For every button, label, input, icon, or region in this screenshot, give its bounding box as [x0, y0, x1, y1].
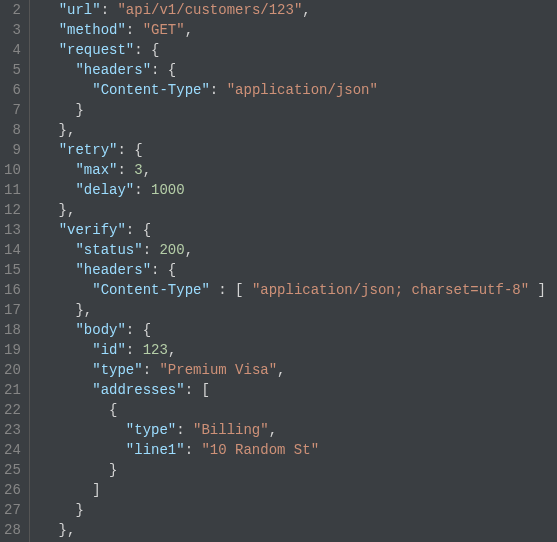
code-line[interactable]: "headers": { [42, 260, 557, 280]
json-punct: }, [42, 122, 76, 138]
json-punct: } [42, 462, 118, 478]
code-line[interactable]: }, [42, 200, 557, 220]
json-punct: : [ [210, 282, 252, 298]
line-number: 15 [4, 260, 21, 280]
json-punct [42, 222, 59, 238]
json-punct: : { [117, 142, 142, 158]
line-number: 25 [4, 460, 21, 480]
json-punct [42, 22, 59, 38]
json-key: "body" [75, 322, 125, 338]
line-number: 11 [4, 180, 21, 200]
json-punct: : { [126, 222, 151, 238]
json-string: "application/json" [227, 82, 378, 98]
code-line[interactable]: "request": { [42, 40, 557, 60]
code-line[interactable]: ] [42, 480, 557, 500]
line-number: 24 [4, 440, 21, 460]
code-area[interactable]: "url": "api/v1/customers/123", "method":… [30, 0, 557, 542]
json-key: "method" [59, 22, 126, 38]
code-line[interactable]: "headers": { [42, 60, 557, 80]
json-number: 200 [159, 242, 184, 258]
json-key: "retry" [59, 142, 118, 158]
code-line[interactable]: } [42, 100, 557, 120]
json-key: "line1" [126, 442, 185, 458]
json-punct [42, 342, 92, 358]
json-string: "api/v1/customers/123" [117, 2, 302, 18]
line-number: 5 [4, 60, 21, 80]
code-line[interactable]: { [42, 400, 557, 420]
json-punct: }, [42, 522, 76, 538]
code-editor[interactable]: 2345678910111213141516171819202122232425… [0, 0, 557, 542]
json-punct: : { [151, 262, 176, 278]
json-punct: ] [42, 482, 101, 498]
line-number: 19 [4, 340, 21, 360]
line-number: 26 [4, 480, 21, 500]
line-number: 20 [4, 360, 21, 380]
json-punct: : [134, 182, 151, 198]
json-punct: , [302, 2, 310, 18]
json-key: "addresses" [92, 382, 184, 398]
json-punct: : [143, 362, 160, 378]
code-line[interactable]: "type": "Billing", [42, 420, 557, 440]
json-punct: : { [151, 62, 176, 78]
json-punct: , [185, 242, 193, 258]
json-key: "request" [59, 42, 135, 58]
line-number-gutter: 2345678910111213141516171819202122232425… [0, 0, 30, 542]
json-punct [42, 422, 126, 438]
line-number: 7 [4, 100, 21, 120]
json-key: "delay" [75, 182, 134, 198]
json-punct: }, [42, 302, 92, 318]
code-line[interactable]: "method": "GET", [42, 20, 557, 40]
code-line[interactable]: "Content-Type" : [ "application/json; ch… [42, 280, 557, 300]
json-key: "id" [92, 342, 126, 358]
code-line[interactable]: "retry": { [42, 140, 557, 160]
json-punct [42, 182, 76, 198]
line-number: 12 [4, 200, 21, 220]
json-punct: ] [529, 282, 546, 298]
code-line[interactable]: }, [42, 120, 557, 140]
code-line[interactable]: }, [42, 300, 557, 320]
code-line[interactable]: "type": "Premium Visa", [42, 360, 557, 380]
json-number: 123 [143, 342, 168, 358]
json-key: "headers" [75, 262, 151, 278]
code-line[interactable]: "Content-Type": "application/json" [42, 80, 557, 100]
json-punct [42, 382, 92, 398]
json-punct: : [185, 442, 202, 458]
line-number: 27 [4, 500, 21, 520]
code-line[interactable]: "delay": 1000 [42, 180, 557, 200]
code-line[interactable]: "url": "api/v1/customers/123", [42, 0, 557, 20]
json-punct [42, 62, 76, 78]
line-number: 13 [4, 220, 21, 240]
code-line[interactable]: "status": 200, [42, 240, 557, 260]
code-line[interactable]: "line1": "10 Random St" [42, 440, 557, 460]
json-punct [42, 2, 59, 18]
json-punct: } [42, 102, 84, 118]
json-key: "verify" [59, 222, 126, 238]
json-punct: : [126, 342, 143, 358]
code-line[interactable]: "max": 3, [42, 160, 557, 180]
json-key: "Content-Type" [92, 282, 210, 298]
code-line[interactable]: } [42, 500, 557, 520]
json-punct: , [269, 422, 277, 438]
json-number: 1000 [151, 182, 185, 198]
json-punct [42, 362, 92, 378]
json-punct [42, 282, 92, 298]
code-line[interactable]: "body": { [42, 320, 557, 340]
json-punct: : [143, 242, 160, 258]
json-string: "application/json; charset=utf-8" [252, 282, 529, 298]
json-punct: , [168, 342, 176, 358]
json-key: "Content-Type" [92, 82, 210, 98]
code-line[interactable]: }, [42, 520, 557, 540]
json-key: "url" [59, 2, 101, 18]
json-punct: }, [42, 202, 76, 218]
line-number: 6 [4, 80, 21, 100]
json-number: 3 [134, 162, 142, 178]
code-line[interactable]: "addresses": [ [42, 380, 557, 400]
json-punct: : [101, 2, 118, 18]
code-line[interactable]: "verify": { [42, 220, 557, 240]
json-punct: } [42, 502, 84, 518]
code-line[interactable]: } [42, 460, 557, 480]
line-number: 10 [4, 160, 21, 180]
json-punct: : [ [185, 382, 210, 398]
code-line[interactable]: "id": 123, [42, 340, 557, 360]
json-key: "status" [75, 242, 142, 258]
